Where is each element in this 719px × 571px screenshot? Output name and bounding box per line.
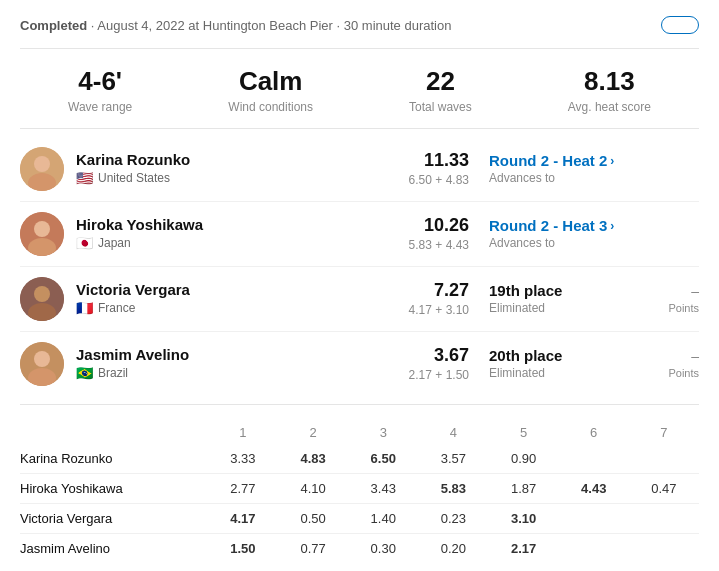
wave-score-cell: 0.23	[418, 503, 488, 533]
wave-score-cell: 0.20	[418, 533, 488, 563]
wave-table-section: 1234567 Karina Rozunko3.334.836.503.570.…	[20, 405, 699, 563]
wave-score-cell: 0.47	[629, 473, 699, 503]
wave-score-cell: 6.50	[348, 444, 418, 474]
stat-value: 22	[409, 67, 472, 96]
event-details: · August 4, 2022 at Huntington Beach Pie…	[87, 18, 451, 33]
table-row: Karina Rozunko3.334.836.503.570.90	[20, 444, 699, 474]
wave-score-cell	[629, 533, 699, 563]
avatar-image	[20, 212, 64, 256]
wave-score-cell	[629, 444, 699, 474]
wave-table: 1234567 Karina Rozunko3.334.836.503.570.…	[20, 421, 699, 563]
wave-table-header: 1	[208, 421, 278, 444]
flag-icon: 🇯🇵	[76, 235, 93, 251]
wave-score-cell: 3.57	[418, 444, 488, 474]
athlete-country: 🇺🇸 United States	[76, 170, 409, 186]
wave-score-cell: 0.50	[278, 503, 348, 533]
wave-scores: 4.17 + 3.10	[409, 303, 469, 317]
flag-icon: 🇫🇷	[76, 300, 93, 316]
wave-score-cell: 0.77	[278, 533, 348, 563]
points-label: Points	[668, 367, 699, 379]
wave-score-cell: 2.77	[208, 473, 278, 503]
flag-icon: 🇧🇷	[76, 365, 93, 381]
athlete-result[interactable]: Round 2 - Heat 2 › Advances to	[489, 152, 649, 185]
wave-score-cell: 0.30	[348, 533, 418, 563]
wave-score-cell: 4.10	[278, 473, 348, 503]
total-score: 10.26	[409, 215, 469, 236]
wave-score-cell: 1.40	[348, 503, 418, 533]
avatar-image	[20, 277, 64, 321]
wave-score-cell	[559, 503, 629, 533]
wave-table-header	[20, 421, 208, 444]
table-row: Jasmim Avelino1.500.770.300.202.17	[20, 533, 699, 563]
avatar	[20, 342, 64, 386]
wave-score-cell: 4.43	[559, 473, 629, 503]
wave-score-cell	[559, 444, 629, 474]
athlete-scores: 10.26 5.83 + 4.43	[409, 215, 469, 252]
avatar-image	[20, 147, 64, 191]
athlete-info: Victoria Vergara 🇫🇷 France	[76, 281, 409, 316]
table-athlete-name: Jasmim Avelino	[20, 533, 208, 563]
stat-value: 8.13	[568, 67, 651, 96]
flag-icon: 🇺🇸	[76, 170, 93, 186]
wave-table-header: 6	[559, 421, 629, 444]
stat-item: 8.13 Avg. heat score	[568, 67, 651, 114]
athlete-row: Hiroka Yoshikawa 🇯🇵 Japan 10.26 5.83 + 4…	[20, 202, 699, 267]
stat-value: Calm	[228, 67, 313, 96]
athlete-row: Karina Rozunko 🇺🇸 United States 11.33 6.…	[20, 137, 699, 202]
athlete-name: Jasmim Avelino	[76, 346, 409, 363]
wave-table-header: 5	[488, 421, 558, 444]
result-link[interactable]: Round 2 - Heat 2 ›	[489, 152, 649, 169]
result-link[interactable]: Round 2 - Heat 3 ›	[489, 217, 649, 234]
table-athlete-name: Karina Rozunko	[20, 444, 208, 474]
athlete-scores: 7.27 4.17 + 3.10	[409, 280, 469, 317]
stat-item: Calm Wind conditions	[228, 67, 313, 114]
watch-heat-replay-button[interactable]	[661, 16, 699, 34]
athlete-result[interactable]: Round 2 - Heat 3 › Advances to	[489, 217, 649, 250]
result-sub: Eliminated	[489, 366, 649, 380]
svg-point-4	[34, 221, 50, 237]
athlete-name: Hiroka Yoshikawa	[76, 216, 409, 233]
svg-point-1	[34, 156, 50, 172]
wave-score-cell: 2.17	[488, 533, 558, 563]
result-place: 20th place	[489, 347, 649, 364]
stat-label: Total waves	[409, 100, 472, 114]
total-score: 11.33	[409, 150, 469, 171]
athlete-result: 19th place Eliminated	[489, 282, 649, 315]
wave-score-cell: 4.17	[208, 503, 278, 533]
wave-score-cell	[559, 533, 629, 563]
points: –Points	[649, 348, 699, 380]
athlete-row: Jasmim Avelino 🇧🇷 Brazil 3.67 2.17 + 1.5…	[20, 332, 699, 396]
header-left: Completed · August 4, 2022 at Huntington…	[20, 16, 451, 33]
avatar	[20, 277, 64, 321]
athlete-result: 20th place Eliminated	[489, 347, 649, 380]
wave-score-cell: 4.83	[278, 444, 348, 474]
result-sub: Eliminated	[489, 301, 649, 315]
wave-scores: 2.17 + 1.50	[409, 368, 469, 382]
stat-label: Wave range	[68, 100, 132, 114]
wave-scores: 6.50 + 4.83	[409, 173, 469, 187]
table-row: Hiroka Yoshikawa2.774.103.435.831.874.43…	[20, 473, 699, 503]
avatar	[20, 147, 64, 191]
wave-score-cell: 3.43	[348, 473, 418, 503]
avatar	[20, 212, 64, 256]
stat-value: 4-6'	[68, 67, 132, 96]
athlete-name: Victoria Vergara	[76, 281, 409, 298]
svg-point-7	[34, 286, 50, 302]
points: –Points	[649, 283, 699, 315]
wave-score-cell: 1.50	[208, 533, 278, 563]
stat-item: 4-6' Wave range	[68, 67, 132, 114]
country-name: France	[98, 301, 135, 315]
table-row: Victoria Vergara4.170.501.400.233.10	[20, 503, 699, 533]
avatar-image	[20, 342, 64, 386]
wave-score-cell	[629, 503, 699, 533]
stats-row: 4-6' Wave range Calm Wind conditions 22 …	[20, 49, 699, 129]
athlete-country: 🇫🇷 France	[76, 300, 409, 316]
total-score: 3.67	[409, 345, 469, 366]
table-athlete-name: Victoria Vergara	[20, 503, 208, 533]
country-name: Brazil	[98, 366, 128, 380]
table-athlete-name: Hiroka Yoshikawa	[20, 473, 208, 503]
points-label: Points	[668, 302, 699, 314]
stat-label: Wind conditions	[228, 100, 313, 114]
athlete-scores: 3.67 2.17 + 1.50	[409, 345, 469, 382]
result-place: 19th place	[489, 282, 649, 299]
